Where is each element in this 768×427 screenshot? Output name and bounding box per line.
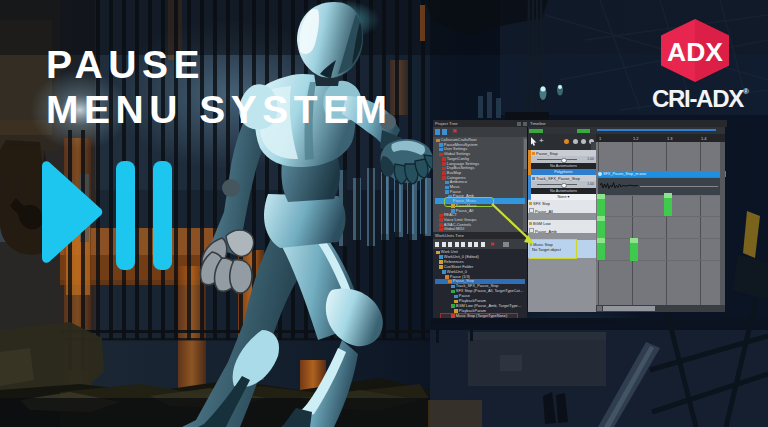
svg-text:ADX: ADX xyxy=(667,37,723,67)
